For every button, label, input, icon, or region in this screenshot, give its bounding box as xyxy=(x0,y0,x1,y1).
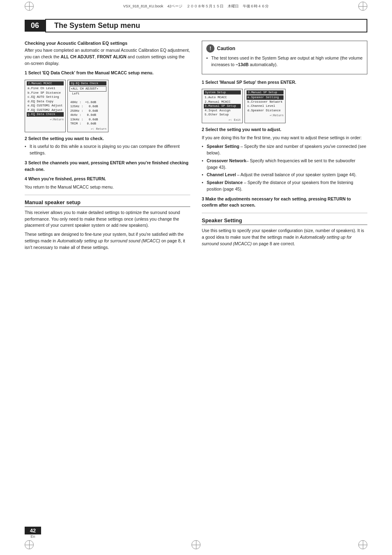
checking-eq-body: After you have completed an automatic or… xyxy=(25,47,190,67)
eq-screen1-item-6-selected: g.EQ Data Check xyxy=(27,112,64,117)
speaker-setting-section: Speaker Setting Use this setting to spec… xyxy=(202,217,367,247)
eq-screen2-item-250hz: 250Hz : 0.0dB xyxy=(69,109,106,113)
italic-auto-setup-right: Automatically setting up for surround so… xyxy=(202,235,352,246)
speaker-setting-heading: Speaker Setting xyxy=(202,217,367,225)
sp-screen1-item-1: 2.Manual MCACC xyxy=(204,100,241,104)
eq-screen1-item-0: a.Fine Ch Level xyxy=(27,86,64,91)
eq-screen1-item-1: b.Fine SP Distance xyxy=(27,91,64,95)
right-step2-body: If you are doing this for the first time… xyxy=(202,135,367,141)
eq-screen1-title: 2.Manual MCACC xyxy=(27,81,64,85)
eq-screen2-item-blank xyxy=(69,96,106,100)
meta-date: ２００８年５月１５日 xyxy=(187,4,224,8)
sp-screen1-footer: ↩: Exit xyxy=(204,118,241,122)
sp-screen1-item-4: 5.Other Setup xyxy=(204,113,241,117)
meta-time: 午後６時４６分 xyxy=(243,4,269,8)
top-meta-text: VSX_918_818_KU.book 42ページ ２００８年５月１５日 木曜日… xyxy=(123,4,269,9)
reg-mark-br xyxy=(358,540,367,549)
manual-speaker-section: Manual speaker setup This receiver allow… xyxy=(25,199,190,251)
eq-screen1-footer: ↩:Return xyxy=(27,118,64,121)
caution-box: ! Caution The test tones used in the Sys… xyxy=(202,41,367,74)
eq-screen2: 2g.EQ Data Check •ALL CH ADJUST• Left 40… xyxy=(67,80,108,132)
step4-eq-body: You return to the Manual MCACC setup men… xyxy=(25,184,190,191)
step3-eq-heading: 3 Select the channels you want, pressing… xyxy=(25,160,190,173)
manual-speaker-body1: This receiver allows you to make detaile… xyxy=(25,210,190,229)
left-column: Checking your Acoustic Calibration EQ se… xyxy=(25,41,190,253)
eq-screen-container: 2.Manual MCACC a.Fine Ch Level b.Fine SP… xyxy=(25,80,190,132)
right-bullet-channel-level: Channel Level – Adjust the overall balan… xyxy=(202,172,367,178)
caution-title: ! Caution xyxy=(206,44,363,53)
eq-screen2-item-trim: TRIM : 0.0dB xyxy=(69,122,106,126)
eq-screen2-item-left: Left xyxy=(69,92,106,96)
eq-screen1: 2.Manual MCACC a.Fine Ch Level b.Fine SP… xyxy=(25,80,66,132)
eq-screen1-item-4: e.EQ CUSTOM1 Adjust xyxy=(27,104,64,108)
manual-speaker-heading: Manual speaker setup xyxy=(25,199,190,207)
divider-1 xyxy=(25,195,190,195)
sp-screen2-title: 3.Manual SP Setup xyxy=(247,90,284,94)
reg-mark-bc xyxy=(191,540,201,549)
right-bullet-speaker-distance: Speaker Distance – Specify the distance … xyxy=(202,180,367,193)
caution-icon: ! xyxy=(206,44,214,53)
eq-screen1-item-3: d.EQ Data Copy xyxy=(27,99,64,104)
divider-right xyxy=(202,213,367,213)
step2-eq-bullet: It is useful to do this while a source i… xyxy=(25,143,190,157)
checking-eq-heading: Checking your Acoustic Calibration EQ se… xyxy=(25,41,190,46)
chapter-header: 06 The System Setup menu xyxy=(25,19,367,32)
eq-screen2-footer: ↩: Return xyxy=(69,127,106,131)
speaker-setting-body: Use this setting to specify your speaker… xyxy=(202,228,367,247)
sp-screen1-title: System Setup xyxy=(204,90,241,94)
sp-screen2-item-2: c.Channel Level xyxy=(247,104,284,108)
eq-screen2-item-highlighted: •ALL CH ADJUST• xyxy=(69,86,106,92)
checking-eq-section: Checking your Acoustic Calibration EQ se… xyxy=(25,41,190,191)
sp-screen1-item-3: 4.Input Assign xyxy=(204,108,241,113)
sp-screen2-item-0-selected: a.Speaker Setting xyxy=(247,95,284,100)
meta-filename: VSX_918_818_KU.book xyxy=(123,4,164,8)
caution-bold: –13dB xyxy=(236,62,249,67)
sp-screen2: 3.Manual SP Setup a.Speaker Setting b.Cr… xyxy=(244,89,286,123)
right-step2-heading: 2 Select the setting you want to adjust. xyxy=(202,127,367,133)
top-reg-row: VSX_918_818_KU.book 42ページ ２００８年５月１５日 木曜日… xyxy=(0,0,392,12)
right-step1-heading: 1 Select 'Manual SP Setup' then press EN… xyxy=(202,79,367,86)
right-step3-heading: 3 Make the adjustments necessary for eac… xyxy=(202,196,367,209)
eq-screen2-item-125hz: 125Hz : 0.0dB xyxy=(69,104,106,109)
reg-mark-tr xyxy=(358,2,367,11)
eq-screen2-item-4khz: 4kHz : 0.0dB xyxy=(69,113,106,117)
reg-mark-tl xyxy=(25,2,34,11)
step4-eq-heading: 4 When you're finished, press RETURN. xyxy=(25,176,190,182)
chapter-title: The System Setup menu xyxy=(45,19,367,32)
eq-screen1-item-2: c.EQ AUTO Setting xyxy=(27,95,64,99)
eq-screen2-item-40hz: 40Hz : +1.0dB xyxy=(69,100,106,105)
eq-screen1-item-5: f.EQ CUSTOM2 Adjust xyxy=(27,108,64,113)
step1-eq-heading: 1 Select 'EQ Data Check' from the Manual… xyxy=(25,70,190,76)
meta-page: 42ページ xyxy=(167,4,182,8)
sp-screen1-item-0: 1.Auto MCACC xyxy=(204,95,241,100)
sp-screen-container: System Setup 1.Auto MCACC 2.Manual MCACC… xyxy=(202,89,367,123)
italic-auto-setup: Automatically setting up for surround so… xyxy=(57,238,160,243)
page-number: 42 xyxy=(25,527,41,534)
sp-screen2-footer: ↩:Return xyxy=(247,114,284,117)
manual-speaker-body2: These settings are designed to fine-tune… xyxy=(25,231,190,251)
chapter-number: 06 xyxy=(25,20,45,32)
bold-all-ch: ALL CH ADJUST xyxy=(61,54,95,59)
right-column: ! Caution The test tones used in the Sys… xyxy=(202,41,367,253)
sp-screen2-item-3: d.Speaker Distance xyxy=(247,108,284,113)
caution-list: The test tones used in the System Setup … xyxy=(206,55,363,68)
reg-mark-bl xyxy=(25,540,34,549)
eq-screen2-item-13khz: 13kHz : 0.0dB xyxy=(69,117,106,122)
bottom-reg-row xyxy=(0,539,392,551)
sp-screen2-item-1: b.Crossover Network xyxy=(247,100,284,104)
right-bullet-speaker-setting: Speaker Setting – Specify the size and n… xyxy=(202,143,367,157)
eq-screen2-title: 2g.EQ Data Check xyxy=(69,81,106,85)
bold-front-align: FRONT ALIGN xyxy=(97,54,126,59)
step2-eq-list: It is useful to do this while a source i… xyxy=(25,143,190,157)
page-number-box: 42 En xyxy=(25,527,41,539)
content-area: Checking your Acoustic Calibration EQ se… xyxy=(25,41,367,253)
page-lang: En xyxy=(30,534,35,539)
step2-eq-heading: 2 Select the setting you want to check. xyxy=(25,136,190,142)
right-bullets-list: Speaker Setting – Specify the size and n… xyxy=(202,143,367,192)
sp-screen1: System Setup 1.Auto MCACC 2.Manual MCACC… xyxy=(202,89,243,123)
sp-screen1-item-2-selected: 3.Manual SP Setup xyxy=(204,104,241,108)
caution-bullet: The test tones used in the System Setup … xyxy=(206,55,363,68)
meta-day: 木曜日 xyxy=(228,4,239,8)
right-bullet-crossover: Crossover Network– Specify which frequen… xyxy=(202,158,367,171)
